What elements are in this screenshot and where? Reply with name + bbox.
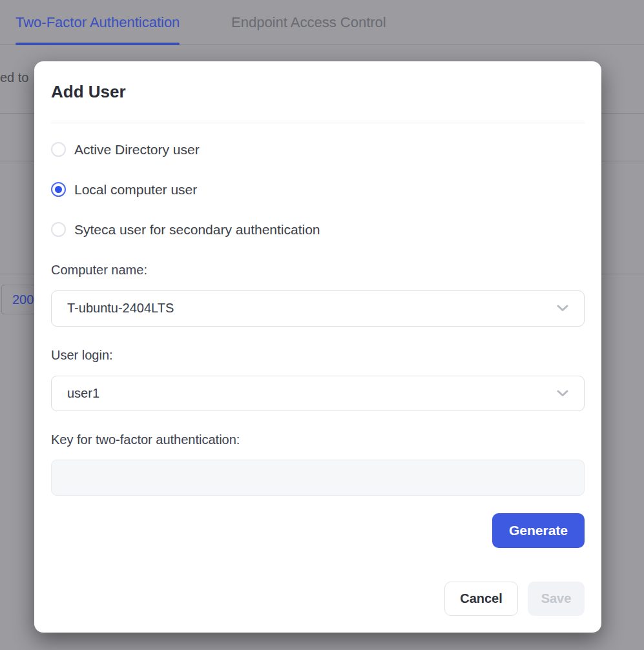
title-divider bbox=[51, 123, 585, 123]
radio-icon bbox=[51, 222, 66, 237]
two-factor-key-input[interactable] bbox=[51, 460, 585, 496]
radio-active-directory-user[interactable]: Active Directory user bbox=[51, 141, 585, 158]
user-login-label: User login: bbox=[51, 347, 585, 363]
add-user-dialog: Add User Active Directory user Local com… bbox=[34, 61, 601, 633]
radio-icon bbox=[51, 182, 66, 197]
generate-button[interactable]: Generate bbox=[492, 513, 585, 548]
computer-name-label: Computer name: bbox=[51, 262, 585, 278]
tab-endpoint-access-control[interactable]: Endpoint Access Control bbox=[231, 0, 386, 45]
user-login-select[interactable]: user1 bbox=[51, 376, 585, 412]
dialog-footer: Cancel Save bbox=[51, 582, 585, 616]
cancel-button[interactable]: Cancel bbox=[444, 582, 518, 616]
chevron-down-icon bbox=[557, 305, 568, 312]
two-factor-key-label: Key for two-factor authentication: bbox=[51, 432, 585, 447]
radio-icon bbox=[51, 142, 66, 157]
user-login-value: user1 bbox=[67, 386, 557, 401]
computer-name-value: T-ubuntu-2404LTS bbox=[67, 301, 557, 316]
chevron-down-icon bbox=[557, 390, 568, 397]
tab-label: Endpoint Access Control bbox=[231, 14, 386, 31]
active-tab-underline bbox=[16, 43, 180, 45]
radio-label: Syteca user for secondary authentication bbox=[74, 222, 320, 238]
dialog-title: Add User bbox=[51, 81, 585, 103]
generate-row: Generate bbox=[51, 513, 585, 548]
page-size-value: 200 bbox=[12, 292, 34, 307]
radio-local-computer-user[interactable]: Local computer user bbox=[51, 181, 585, 198]
computer-name-select[interactable]: T-ubuntu-2404LTS bbox=[51, 290, 585, 327]
background-truncated-text: ed to bbox=[0, 70, 28, 85]
user-type-radio-group: Active Directory user Local computer use… bbox=[51, 141, 585, 261]
tab-bar: Two-Factor Authentication Endpoint Acces… bbox=[0, 0, 644, 45]
radio-label: Local computer user bbox=[74, 182, 197, 198]
tab-label: Two-Factor Authentication bbox=[16, 14, 180, 31]
save-button[interactable]: Save bbox=[528, 582, 585, 616]
tab-two-factor-authentication[interactable]: Two-Factor Authentication bbox=[16, 0, 180, 45]
radio-syteca-user[interactable]: Syteca user for secondary authentication bbox=[51, 221, 585, 238]
radio-label: Active Directory user bbox=[74, 142, 200, 157]
